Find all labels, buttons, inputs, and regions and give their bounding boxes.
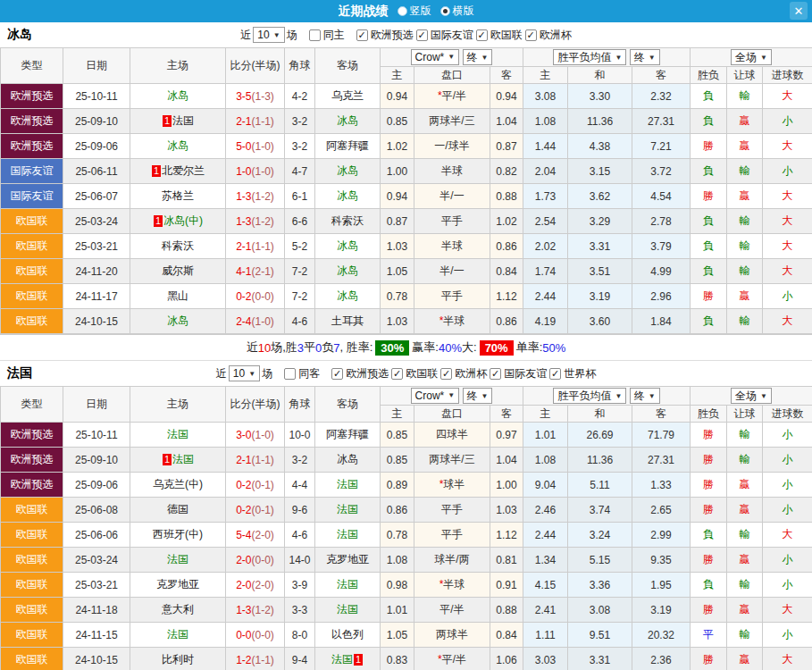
league-type-cell: 欧国联 [1,284,63,309]
rank-badge: 1 [163,115,172,127]
away-odds-cell: 0.94 [490,84,523,109]
avg-draw-cell: 3.29 [568,209,632,234]
league-checkbox[interactable]: ✓ [331,368,343,380]
league-type-cell: 欧国联 [1,259,63,284]
odds-company-select[interactable]: Crow*▼ [411,388,460,404]
corner-cell: 3-2 [285,448,315,473]
score-cell: 3-0(1-0) [226,423,285,448]
home-team-cell: 法国 [130,548,226,573]
league-checkbox[interactable]: ✓ [356,29,368,41]
recent-count-select[interactable]: 10▼ [253,27,284,43]
league-checkbox[interactable]: ✓ [416,29,428,41]
home-odds-cell: 1.08 [381,548,414,573]
date-cell: 25-03-21 [63,573,130,598]
halftime-score: (0-0) [252,290,274,303]
handicap-result-cell: 贏 [727,134,763,159]
table-row: 欧国联25-03-21科索沃2-1(1-1)5-2冰岛1.03半球0.862.0… [1,234,812,259]
team-label: 冰岛 [337,453,358,465]
handicap-cell: *半球 [414,309,490,334]
team-label: 西班牙(中) [153,528,203,540]
section-france: 法国 近10▼场同客✓欧洲预选✓欧国联✓欧洲杯✓国际友谊✓世界杯 类型 日期 主… [0,360,812,670]
league-type-cell: 国际友谊 [1,184,63,209]
away-team-cell: 土耳其 [315,309,381,334]
team-cell-content: 1法国 [162,453,194,465]
same-away-checkbox[interactable] [284,368,296,380]
avg-type-select[interactable]: 胜平负均值▼ [553,388,626,404]
halftime-score: (1-2) [252,604,274,616]
home-odds-cell: 1.01 [381,598,414,623]
team-label: 黑山 [167,289,188,302]
away-odds-cell: 0.84 [490,623,523,648]
team-cell-content: 阿塞拜疆 [326,428,369,440]
odds-stage-select[interactable]: 终▼ [463,49,493,65]
away-odds-cell: 0.88 [490,184,523,209]
league-checkbox[interactable]: ✓ [549,368,561,380]
layout-radio-vertical[interactable]: 竖版 [398,4,431,19]
full-match-select[interactable]: 全场▼ [731,388,772,404]
away-odds-cell: 0.88 [490,598,523,623]
radio-icon[interactable] [398,6,407,16]
league-type-cell: 欧国联 [1,234,63,259]
team-label: 克罗地亚 [156,578,199,590]
odds-company-select[interactable]: Crow*▼ [411,49,460,65]
halftime-score: (0-1) [252,504,274,516]
avg-away-cell: 3.72 [632,159,691,184]
col-away: 客场 [315,387,381,423]
col-home: 主场 [130,48,226,84]
recent-count-select[interactable]: 10▼ [229,365,260,381]
full-match-select[interactable]: 全场▼ [731,49,772,65]
handicap-text: 半球 [441,164,463,177]
team-label: 乌克兰(中) [153,478,203,490]
titlebar: 近期战绩 竖版 横版 ✕ [0,0,812,22]
handicap-name: 平手 [441,289,463,302]
league-checkbox[interactable]: ✓ [490,368,501,380]
date-cell: 24-11-15 [63,623,130,648]
score-cell: 2-1(1-1) [226,448,285,473]
team-cell-content: 1北爱尔兰 [151,164,205,177]
col-sub-avg-home: 主 [523,406,568,423]
league-type-cell: 欧国联 [1,623,63,648]
radio-icon-checked[interactable] [440,6,450,16]
handicap-name: 半/一 [439,189,464,202]
team-cell-content: 威尔斯 [162,264,194,277]
chevron-down-icon: ▼ [760,392,767,400]
away-team-cell: 乌克兰 [315,84,381,109]
col-date: 日期 [63,48,130,84]
col-sub-away-odds: 客 [490,67,523,84]
team-label: 法国 [337,503,358,515]
team-label: 苏格兰 [162,189,194,202]
avg-type-select[interactable]: 胜平负均值▼ [553,49,626,65]
league-checkbox[interactable]: ✓ [391,368,403,380]
league-checkbox[interactable]: ✓ [476,29,488,41]
league-checkbox[interactable]: ✓ [525,29,537,41]
league-type-cell: 欧洲预选 [1,473,63,498]
home-odds-cell: 0.83 [381,648,414,670]
league-checkbox[interactable]: ✓ [440,368,452,380]
team-cell-content: 冰岛 [337,164,358,177]
rank-badge: 1 [154,215,163,227]
layout-radio-horizontal[interactable]: 横版 [440,4,474,19]
handicap-text: 两球半/三 [429,114,474,127]
league-type-cell: 欧洲预选 [1,423,63,448]
summary-text: 赢率: [412,339,439,356]
away-team-cell: 冰岛 [315,284,381,309]
date-cell: 25-09-10 [63,448,130,473]
avg-stage-select[interactable]: 终▼ [630,49,660,65]
avg-draw-cell: 5.15 [568,548,632,573]
avg-stage-select[interactable]: 终▼ [630,388,660,404]
home-team-cell: 1北爱尔兰 [130,159,226,184]
winloss-cell: 勝 [691,648,727,670]
halftime-score: (1-1) [252,115,274,128]
home-odds-cell: 0.98 [381,573,414,598]
away-team-cell: 冰岛 [315,159,381,184]
team-label: 阿塞拜疆 [326,139,369,152]
odds-stage-select[interactable]: 终▼ [463,388,493,404]
close-icon[interactable]: ✕ [790,2,808,20]
handicap-name: 球半 [443,478,465,490]
corner-cell: 14-0 [285,548,315,573]
same-home-checkbox[interactable] [309,29,321,41]
corner-cell: 4-7 [285,159,315,184]
away-odds-cell: 0.82 [490,159,523,184]
fulltime-score: 2-0 [236,579,251,591]
date-cell: 25-09-06 [63,134,130,159]
